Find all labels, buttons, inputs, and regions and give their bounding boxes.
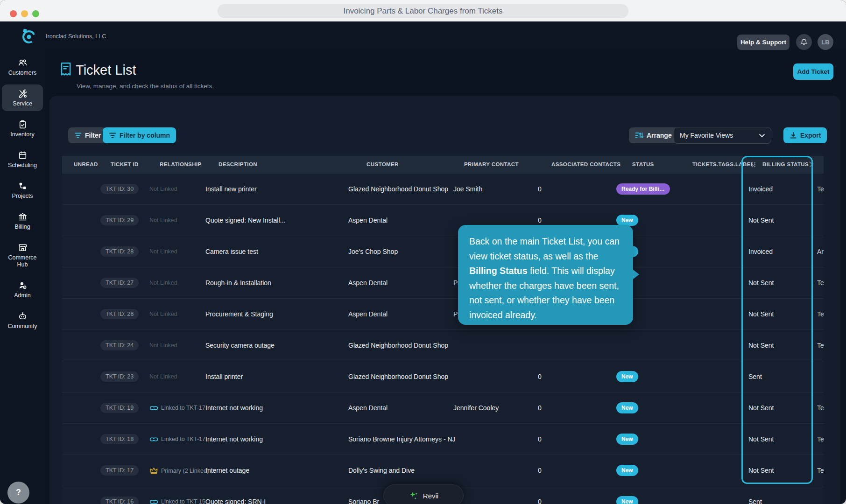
status-badge: New <box>616 371 638 382</box>
ticket-id-pill: TKT ID: 28 <box>100 246 139 257</box>
description-cell: Rough-in & Installation <box>205 279 271 287</box>
top-app-bar: Ironclad Solutions, LLC Help & Support L… <box>0 21 846 51</box>
associated-contacts-cell: 0 <box>538 435 542 443</box>
column-header-status[interactable]: STATUS <box>632 161 654 167</box>
table-row-18[interactable]: TKT ID: 18Linked to TKT-17Internet not w… <box>62 424 824 455</box>
minimize-window-button[interactable] <box>21 10 28 17</box>
export-button[interactable]: Export <box>783 127 827 143</box>
sidebar-item-label: Inventory <box>10 131 34 138</box>
sidebar-item-scheduling[interactable]: Scheduling <box>2 146 43 173</box>
primary-contact-cell: Jennifer Cooley <box>452 404 499 412</box>
ticket-table: UNREADTICKET IDRELATIONSHIPDESCRIPTIONCU… <box>62 156 824 504</box>
arrange-button[interactable]: Arrange <box>629 127 678 143</box>
sidebar-item-label: Customers <box>8 70 36 77</box>
sidebar-item-service[interactable]: Service <box>2 84 43 111</box>
billing-status-cell: Invoiced <box>748 248 773 255</box>
column-header-relationship[interactable]: RELATIONSHIP <box>160 161 202 167</box>
clipboard-check-icon <box>18 119 28 129</box>
brand-logo-icon[interactable] <box>20 27 38 46</box>
associated-contacts-cell: 0 <box>538 217 542 224</box>
customer-cell: Glazed Neighborhood Donut Shop <box>348 185 448 193</box>
ticket-id-pill: TKT ID: 29 <box>100 215 139 225</box>
table-row-30[interactable]: TKT ID: 30Not LinkedInstall new printerG… <box>62 174 824 205</box>
sidebar-item-label: Billing <box>14 224 30 231</box>
bank-icon <box>18 212 28 222</box>
table-row-26[interactable]: TKT ID: 26Not LinkedProcurement & Stagin… <box>62 299 824 330</box>
relationship-cell: Linked to TKT-17 <box>149 436 205 442</box>
floating-help-button[interactable]: ? <box>7 482 29 504</box>
column-header-description[interactable]: DESCRIPTION <box>219 161 257 167</box>
maximize-window-button[interactable] <box>32 10 39 17</box>
link-icon <box>149 405 158 411</box>
column-header-ticket-id[interactable]: TICKET ID <box>111 161 139 167</box>
relationship-cell: Not Linked <box>149 248 177 255</box>
tools-icon <box>18 89 28 98</box>
sidebar-item-commerce-hub[interactable]: Commerce Hub <box>2 238 43 272</box>
filter-button[interactable]: Filter <box>68 127 107 143</box>
ticket-id-pill: TKT ID: 23 <box>100 371 139 382</box>
filter-icon <box>74 132 82 139</box>
sidebar-item-community[interactable]: Community <box>2 307 43 334</box>
ticket-id-pill: TKT ID: 16 <box>100 497 139 504</box>
sidebar-item-customers[interactable]: Customers <box>2 54 43 80</box>
status-badge: New <box>616 465 638 476</box>
description-cell: Procurement & Staging <box>205 310 273 318</box>
table-row-28[interactable]: TKT ID: 28Not LinkedCamera issue testJoe… <box>62 236 824 267</box>
customer-cell: Aspen Dental <box>348 310 388 318</box>
table-header-row: UNREADTICKET IDRELATIONSHIPDESCRIPTIONCU… <box>62 156 824 174</box>
column-header-customer[interactable]: CUSTOMER <box>367 161 399 167</box>
billing-status-cell: Not Sent <box>748 342 774 349</box>
link-icon <box>149 499 158 504</box>
table-row-17[interactable]: TKT ID: 17Primary (2 Linked)Internet out… <box>62 455 824 486</box>
arrange-sort-icon <box>635 132 643 139</box>
billing-status-cell: Not Sent <box>748 404 774 412</box>
table-row-29[interactable]: TKT ID: 29Not LinkedQuote signed: New In… <box>62 205 824 236</box>
sidebar-item-inventory[interactable]: Inventory <box>2 115 43 142</box>
column-header-associated-contacts[interactable]: ASSOCIATED CONTACTS <box>551 161 620 167</box>
calendar-icon <box>18 150 28 160</box>
macos-titlebar: Invoicing Parts & Labor Charges from Tic… <box>0 0 846 21</box>
ticket-id-pill: TKT ID: 30 <box>100 184 139 194</box>
table-row-24[interactable]: TKT ID: 24Not LinkedSecurity camera outa… <box>62 330 824 361</box>
nodes-icon <box>18 181 28 191</box>
clipped-next-column-cell: Ter <box>817 404 824 412</box>
notifications-button[interactable] <box>796 34 812 50</box>
status-badge: New <box>616 215 638 226</box>
chevron-down-icon <box>759 133 765 138</box>
chevron-right-icon <box>809 161 813 168</box>
add-ticket-button[interactable]: Add Ticket <box>793 63 833 80</box>
status-badge: New <box>616 434 638 445</box>
primary-contact-cell: Joe Smith <box>452 185 482 193</box>
billing-status-cell: Not Sent <box>748 279 774 287</box>
relationship-cell: Not Linked <box>149 186 177 192</box>
column-header-primary-contact[interactable]: PRIMARY CONTACT <box>464 161 519 167</box>
billing-status-cell: Not Sent <box>748 217 774 224</box>
filter-by-column-button[interactable]: Filter by column <box>103 127 176 143</box>
table-row-23[interactable]: TKT ID: 23Not LinkedInstall printerGlaze… <box>62 361 824 392</box>
column-drag-handle-icon[interactable] <box>751 161 756 168</box>
tooltip-bold-text: Billing Status <box>469 266 528 276</box>
sidebar-item-label: Service <box>13 100 32 107</box>
help-support-button[interactable]: Help & Support <box>737 35 790 50</box>
sidebar-item-billing[interactable]: Billing <box>2 208 43 234</box>
window-title: Invoicing Parts & Labor Charges from Tic… <box>343 7 502 16</box>
associated-contacts-cell: 0 <box>538 467 542 474</box>
ticket-id-pill: TKT ID: 26 <box>100 309 139 319</box>
table-row-27[interactable]: TKT ID: 27Not LinkedRough-in & Installat… <box>62 267 824 299</box>
column-header-tickets-tags-label[interactable]: TICKETS.TAGS.LABEL <box>692 161 754 167</box>
link-icon <box>149 436 158 442</box>
saved-views-dropdown[interactable]: My Favorite Views <box>674 127 771 144</box>
close-window-button[interactable] <box>10 10 17 17</box>
user-avatar[interactable]: LB <box>818 34 833 50</box>
column-header-unread[interactable]: UNREAD <box>74 161 98 167</box>
tutorial-tooltip: Back on the main Ticket List, you can vi… <box>458 225 633 325</box>
ticket-list-icon <box>60 62 72 77</box>
revii-label: Revii <box>423 492 438 500</box>
revii-assistant-button[interactable]: Revii <box>383 484 464 504</box>
table-row-19[interactable]: TKT ID: 19Linked to TKT-17Internet not w… <box>62 392 824 424</box>
sidebar-item-projects[interactable]: Projects <box>2 177 43 203</box>
sidebar-item-admin[interactable]: Admin <box>2 276 43 303</box>
column-header-billing-status[interactable]: BILLING STATUS <box>762 161 809 167</box>
robot-icon <box>18 311 28 321</box>
relationship-cell: Linked to TKT-15 <box>149 498 205 504</box>
